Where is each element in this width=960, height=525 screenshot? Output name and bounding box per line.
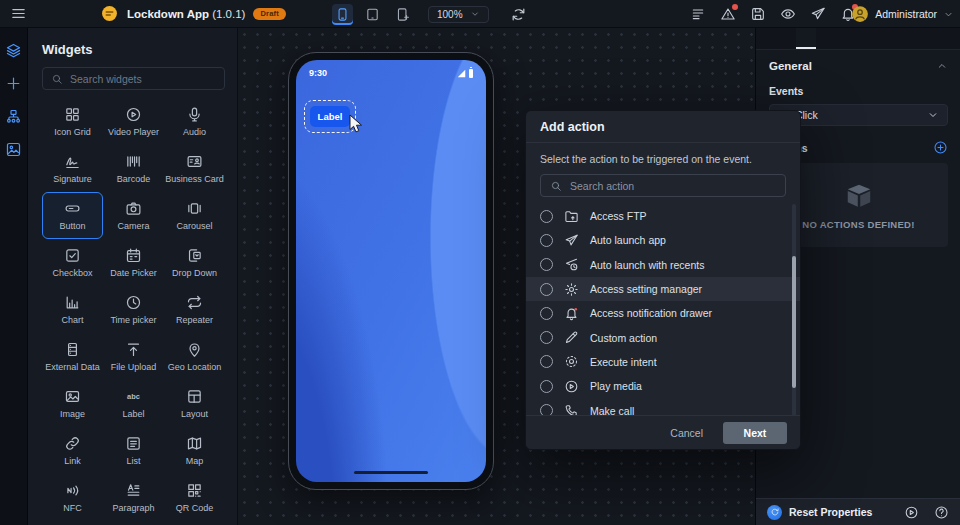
widget-item[interactable]: NFC [42,474,103,521]
properties-tab[interactable] [756,28,776,49]
chevron-down-icon [470,9,480,19]
radio-button[interactable] [540,283,553,296]
layers-icon[interactable] [5,42,22,59]
action-list-item[interactable]: Access setting manager [526,277,800,301]
widget-item[interactable]: Map [164,427,225,474]
widget-item[interactable]: Barcode [103,145,164,192]
label-button-widget[interactable]: Label [310,106,350,127]
list-lines-icon[interactable] [690,6,706,22]
widget-item[interactable]: Link [42,427,103,474]
phone-device-icon[interactable] [332,4,353,25]
zoom-select[interactable]: 100% [428,6,489,23]
paragraph-icon [125,482,142,499]
action-list-item[interactable]: Access FTP [526,204,800,228]
widget-item[interactable]: abc Label [103,380,164,427]
gallery-icon[interactable] [5,141,22,158]
action-list-item[interactable]: Play media [526,374,800,398]
phone-screen[interactable]: 9:30 Label [296,60,486,482]
add-action-button[interactable] [933,140,948,155]
help-icon[interactable] [934,505,949,520]
radio-button[interactable] [540,380,553,393]
flow-icon[interactable] [5,108,22,125]
widget-item[interactable]: Date Picker [103,239,164,286]
carousel-icon [186,200,203,217]
save-icon[interactable] [750,6,766,22]
widget-item[interactable]: Button [42,192,103,239]
widget-item[interactable]: Business Card [164,145,225,192]
scrollbar-thumb[interactable] [792,256,797,388]
action-label: Access notification drawer [590,307,712,319]
action-search-input[interactable] [570,180,776,192]
list-icon [125,435,142,452]
reset-properties-label[interactable]: Reset Properties [789,506,889,518]
action-list-item[interactable]: Execute intent [526,350,800,374]
widget-search-input[interactable] [70,73,216,85]
widget-item-label: Layout [181,409,208,419]
widget-item[interactable]: List [103,427,164,474]
radio-button[interactable] [540,258,553,271]
properties-tab[interactable] [796,28,816,49]
widget-item-label: Paragraph [112,503,154,513]
modal-title: Add action [526,111,800,143]
eye-icon[interactable] [780,6,796,22]
widget-item[interactable]: Geo Location [164,333,225,380]
chevron-down-icon [943,9,954,20]
widget-item[interactable]: Layout [164,380,225,427]
modal-footer: Cancel Next [526,415,800,449]
action-list-item[interactable]: Access notification drawer [526,301,800,325]
plus-icon[interactable] [5,75,22,92]
widget-item[interactable]: QR Code [164,474,225,521]
action-list-item[interactable]: Custom action [526,325,800,349]
action-label: Access setting manager [590,283,702,295]
cancel-button[interactable]: Cancel [670,427,703,439]
action-list-item[interactable]: Auto launch app [526,228,800,252]
warning-triangle-icon[interactable] [720,6,736,22]
widget-item[interactable]: Image [42,380,103,427]
general-section-header[interactable]: General [769,60,948,72]
widgets-panel: Widgets Icon Grid Video Player Audio Sig… [28,28,238,525]
send-icon[interactable] [810,6,826,22]
radio-button[interactable] [540,307,553,320]
home-indicator [354,471,428,475]
play-circle-icon[interactable] [904,505,919,520]
action-list-item[interactable]: Auto launch with recents [526,253,800,277]
widget-item-label: Map [186,456,204,466]
widget-item[interactable]: Icon Grid [42,98,103,145]
hamburger-menu-icon[interactable] [10,5,27,22]
properties-tab[interactable] [776,28,796,49]
tablet-device-icon[interactable] [362,4,383,25]
rocket-clock-icon [564,257,579,272]
widget-item-label: Signature [53,174,92,184]
radio-button[interactable] [540,331,553,344]
widget-item[interactable]: Video Player [103,98,164,145]
calendar-icon [125,247,142,264]
widget-item[interactable]: Drop Down [164,239,225,286]
widget-item[interactable]: Audio [164,98,225,145]
widget-item[interactable]: Chart [42,286,103,333]
next-button[interactable]: Next [723,422,787,444]
widget-item[interactable]: Repeater [164,286,225,333]
widgets-grid: Icon Grid Video Player Audio Signature B… [42,98,225,521]
chevron-up-icon[interactable] [936,60,948,72]
widget-item-label: Label [122,409,144,419]
add-action-modal: Add action Select the action to be trigg… [525,110,801,450]
widget-item[interactable]: Time picker [103,286,164,333]
screen-add-icon[interactable] [392,4,413,25]
widget-item[interactable]: File Upload [103,333,164,380]
reset-icon[interactable] [767,505,782,520]
user-menu[interactable]: Administrator [851,0,954,28]
radio-button[interactable] [540,234,553,247]
action-list-item[interactable]: Make call [526,398,800,416]
widget-item[interactable]: Camera [103,192,164,239]
widget-search-box[interactable] [42,67,225,90]
rotate-device-icon[interactable] [510,6,527,23]
radio-button[interactable] [540,355,553,368]
widget-item[interactable]: Paragraph [103,474,164,521]
widget-item[interactable]: External Data [42,333,103,380]
radio-button[interactable] [540,210,553,223]
action-search-box[interactable] [540,174,786,197]
widget-item[interactable]: Carousel [164,192,225,239]
selected-widget-outline[interactable]: Label [304,100,356,133]
widget-item[interactable]: Checkbox [42,239,103,286]
widget-item[interactable]: Signature [42,145,103,192]
